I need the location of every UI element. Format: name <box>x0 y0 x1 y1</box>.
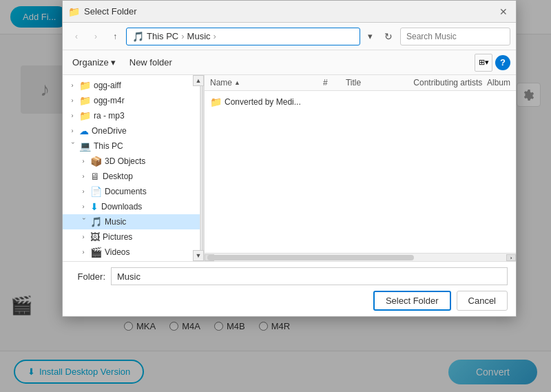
dialog-titlebar: 📁 Select Folder ✕ <box>63 1 516 23</box>
cloud-icon-onedrive: ☁ <box>79 125 89 136</box>
icon-documents: 📄 <box>90 186 102 197</box>
folder-label: Folder: <box>71 271 105 282</box>
organize-button[interactable]: Organize ▾ <box>68 55 120 70</box>
dialog-titlebar-left: 📁 Select Folder <box>68 6 137 17</box>
button-row: Select Folder Cancel <box>71 291 508 311</box>
tree-toggle-pictures: › <box>79 233 87 241</box>
folder-tree: › 📁 ogg-aiff › 📁 ogg-m4r › 📁 ra - mp3 › … <box>63 75 200 261</box>
tree-item-pictures[interactable]: › 🖼 Pictures <box>63 229 200 245</box>
splitter[interactable]: ▲ ▼ <box>200 75 205 261</box>
organize-arrow-icon: ▾ <box>111 57 116 68</box>
tree-toggle-videos: › <box>79 248 87 256</box>
select-folder-dialog: 📁 Select Folder ✕ ‹ › ↑ 🎵 This PC › Musi… <box>62 0 517 317</box>
col-hash-label: # <box>323 78 328 87</box>
tree-label-this-pc: This PC <box>94 141 123 151</box>
col-album-label: Album <box>487 78 510 87</box>
tree-item-music[interactable]: › 🎵 Music <box>63 214 200 229</box>
pc-icon-this-pc: 💻 <box>79 141 91 152</box>
col-title-label: Title <box>346 78 361 87</box>
search-input[interactable] <box>400 28 510 45</box>
tree-item-3d-objects[interactable]: › 📦 3D Objects <box>63 154 200 169</box>
path-music: Music <box>187 31 211 41</box>
help-button[interactable]: ? <box>495 55 510 70</box>
view-button[interactable]: ⊞▾ <box>475 54 492 72</box>
col-header-title[interactable]: Title <box>346 78 413 87</box>
folder-input[interactable] <box>111 267 508 285</box>
tree-label-3d-objects: 3D Objects <box>105 156 145 166</box>
tree-toggle-ogg-m4r: › <box>68 96 76 105</box>
icon-desktop: 🖥 <box>90 171 100 182</box>
tree-item-onedrive[interactable]: › ☁ OneDrive <box>63 123 200 138</box>
tree-label-ogg-m4r: ogg-m4r <box>94 96 125 105</box>
organize-label: Organize <box>72 57 109 68</box>
horizontal-scrollbar-thumb[interactable] <box>207 255 414 260</box>
tree-item-downloads[interactable]: › ⬇ Downloads <box>63 199 200 214</box>
tree-toggle-this-pc: › <box>68 142 76 150</box>
tree-toggle-music: › <box>79 218 87 226</box>
tree-item-documents[interactable]: › 📄 Documents <box>63 184 200 199</box>
address-dropdown-button[interactable]: ▾ <box>363 28 377 45</box>
col-header-artist[interactable]: Contributing artists <box>413 78 487 87</box>
toolbar-right: ⊞▾ ? <box>475 54 510 72</box>
dialog-body: › 📁 ogg-aiff › 📁 ogg-m4r › 📁 ra - mp3 › … <box>63 75 516 261</box>
up-button[interactable]: ↑ <box>107 28 123 45</box>
tree-item-ra-mp3[interactable]: › 📁 ra - mp3 <box>63 108 200 123</box>
scroll-right-btn[interactable]: › <box>506 254 516 261</box>
tree-item-desktop[interactable]: › 🖥 Desktop <box>63 169 200 184</box>
right-pane: Name ▲ # Title Contributing artists Albu… <box>205 75 516 261</box>
tree-label-desktop: Desktop <box>103 172 133 181</box>
tree-label-ogg-aiff: ogg-aiff <box>94 81 121 90</box>
tree-item-this-pc[interactable]: › 💻 This PC <box>63 138 200 154</box>
address-path[interactable]: 🎵 This PC › Music › <box>126 28 360 45</box>
sort-arrow-icon: ▲ <box>234 79 240 86</box>
icon-music: 🎵 <box>90 216 102 227</box>
address-bar: ‹ › ↑ 🎵 This PC › Music › ▾ ↻ <box>63 23 516 50</box>
tree-label-music: Music <box>105 217 126 227</box>
tree-toggle-ogg-aiff: › <box>68 81 76 90</box>
folder-icon-ogg-aiff: 📁 <box>79 80 91 91</box>
folder-row: Folder: <box>71 267 508 285</box>
icon-downloads: ⬇ <box>90 201 98 212</box>
dialog-title-text: Select Folder <box>84 6 137 17</box>
left-pane-scroll-down[interactable]: ▼ <box>193 250 204 261</box>
horizontal-scrollbar-track[interactable]: ‹ › <box>205 253 516 261</box>
file-item-name: Converted by Medi... <box>225 97 301 107</box>
col-header-name[interactable]: Name ▲ <box>210 78 323 87</box>
new-folder-button[interactable]: New folder <box>125 55 176 70</box>
tree-toggle-onedrive: › <box>68 127 76 135</box>
file-list-body: 📁 Converted by Medi... <box>205 91 516 253</box>
icon-pictures: 🖼 <box>90 231 100 243</box>
tree-toggle-3d-objects: › <box>79 157 87 165</box>
tree-item-ogg-m4r[interactable]: › 📁 ogg-m4r <box>63 93 200 108</box>
tree-item-ogg-aiff[interactable]: › 📁 ogg-aiff <box>63 78 200 93</box>
col-artist-label: Contributing artists <box>413 78 482 87</box>
select-folder-button[interactable]: Select Folder <box>373 291 451 311</box>
refresh-button[interactable]: ↻ <box>380 28 397 45</box>
back-button[interactable]: ‹ <box>68 28 85 45</box>
path-music-icon: 🎵 <box>132 31 144 42</box>
left-pane-scroll-up[interactable]: ▲ <box>193 75 204 86</box>
tree-label-downloads: Downloads <box>101 202 142 212</box>
file-item-folder-icon: 📁 <box>210 96 222 107</box>
toolbar-left: Organize ▾ New folder <box>68 55 176 70</box>
tree-toggle-documents: › <box>79 187 87 196</box>
tree-item-videos[interactable]: › 🎬 Videos <box>63 245 200 260</box>
forward-button[interactable]: › <box>87 28 104 45</box>
file-item-converted[interactable]: 📁 Converted by Medi... <box>205 94 516 110</box>
dialog-close-button[interactable]: ✕ <box>497 5 510 19</box>
tree-toggle-ra-mp3: › <box>68 112 76 120</box>
tree-label-documents: Documents <box>105 187 147 196</box>
cancel-button[interactable]: Cancel <box>457 291 508 311</box>
path-text: This PC <box>147 31 178 41</box>
tree-toggle-downloads: › <box>79 203 87 211</box>
path-sep1: › <box>181 31 184 41</box>
tree-label-onedrive: OneDrive <box>92 126 127 136</box>
path-sep2: › <box>214 31 216 41</box>
dialog-toolbar: Organize ▾ New folder ⊞▾ ? <box>63 50 516 75</box>
folder-icon-ra-mp3: 📁 <box>79 110 91 121</box>
tree-label-ra-mp3: ra - mp3 <box>94 111 125 121</box>
col-header-album[interactable]: Album <box>487 78 510 87</box>
dialog-footer: Folder: Select Folder Cancel <box>63 261 516 316</box>
col-header-hash[interactable]: # <box>323 78 346 87</box>
tree-label-videos: Videos <box>105 247 129 257</box>
